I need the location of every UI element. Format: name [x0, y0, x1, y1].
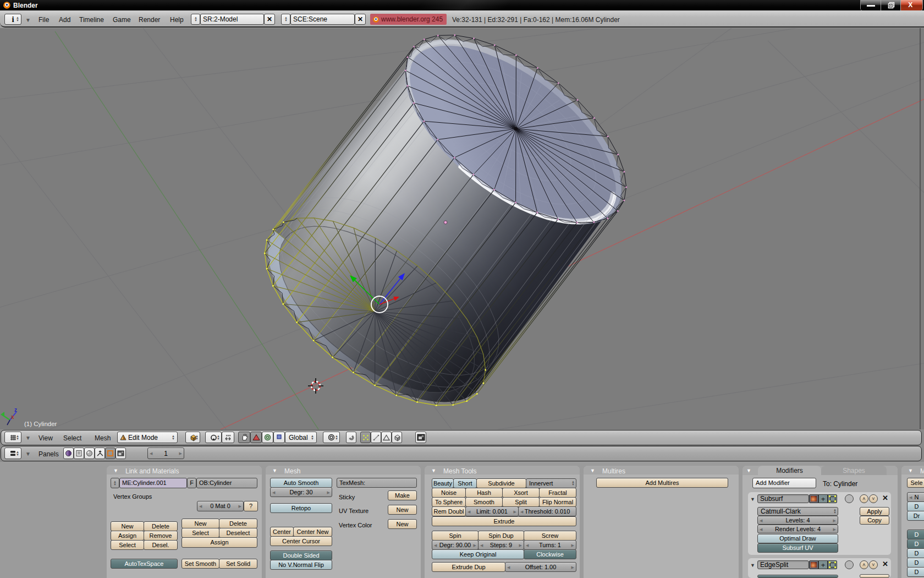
svg-text:z: z: [14, 407, 17, 413]
svg-text:(1) Cylinder: (1) Cylinder: [24, 421, 57, 427]
svg-text:x: x: [11, 414, 14, 420]
